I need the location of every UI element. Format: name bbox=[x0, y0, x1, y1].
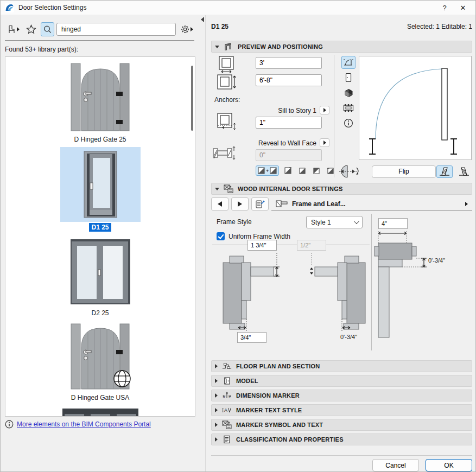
section-classification-properties[interactable]: CLASSIFICATION AND PROPERTIES bbox=[211, 433, 472, 445]
single-door-thumbnail bbox=[68, 149, 133, 220]
section-floor-plan[interactable]: FLOOR PLAN AND SECTION bbox=[211, 360, 472, 372]
window-title: Door Selection Settings bbox=[18, 4, 435, 11]
search-input[interactable] bbox=[56, 23, 176, 36]
jamb-section-left-diagram bbox=[221, 253, 291, 334]
swing-orientation-right-button[interactable] bbox=[456, 165, 472, 178]
close-button[interactable]: ✕ bbox=[454, 2, 472, 14]
door-width-field[interactable] bbox=[256, 57, 322, 69]
help-button[interactable]: ? bbox=[435, 2, 454, 14]
section-dimension-marker[interactable]: ae DIMENSION MARKER bbox=[211, 390, 472, 401]
library-panel: Found 53+ library part(s): bbox=[1, 15, 201, 471]
cube-3d-icon bbox=[344, 88, 353, 98]
door-leaf-left-icon bbox=[439, 167, 450, 176]
section-preview-positioning[interactable]: PREVIEW AND POSITIONING bbox=[211, 41, 472, 53]
list-item[interactable]: D Hinged Gate 25 bbox=[5, 60, 195, 144]
frame-style-dropdown[interactable]: Style 1 bbox=[306, 216, 363, 228]
reveal-anchor-flyout-button[interactable] bbox=[320, 138, 329, 147]
search-settings-button[interactable] bbox=[178, 22, 195, 36]
elevation-view-button[interactable] bbox=[341, 71, 356, 84]
swing-orientation-left-button[interactable] bbox=[436, 165, 453, 178]
anchor-point-buttons: + bbox=[256, 165, 336, 176]
cancel-button[interactable]: Cancel bbox=[372, 459, 419, 471]
section-wood-internal-door[interactable]: WOOD INTERNAL DOOR SETTINGS bbox=[211, 183, 472, 195]
ok-button[interactable]: OK bbox=[426, 459, 472, 471]
element-name: D1 25 bbox=[211, 23, 229, 30]
anchor-option-2[interactable] bbox=[282, 165, 294, 176]
collapse-right-icon bbox=[215, 364, 218, 368]
gate-thumbnail bbox=[66, 62, 135, 132]
floorplan-view-button[interactable] bbox=[341, 56, 356, 69]
section-marker-symbol-text[interactable]: MARKER SYMBOL AND TEXT bbox=[211, 419, 472, 431]
chair-icon bbox=[7, 25, 16, 34]
door-plan-drawing bbox=[359, 56, 471, 160]
uniform-frame-width-row[interactable]: Uniform Frame Width bbox=[217, 232, 290, 240]
head-frame-width-field[interactable] bbox=[378, 218, 408, 229]
preview-mode-strip bbox=[341, 56, 356, 130]
reveal-value-field[interactable] bbox=[256, 149, 322, 161]
text-style-icon: A bbox=[222, 406, 232, 414]
sill-value-field[interactable] bbox=[256, 117, 322, 129]
library-parts-list[interactable]: D Hinged Gate 25 D1 25 bbox=[5, 56, 195, 417]
star-icon bbox=[26, 24, 36, 34]
list-scrollbar[interactable] bbox=[191, 66, 193, 131]
tab-label: Frame and Leaf... bbox=[292, 200, 346, 208]
anchor-option-3[interactable] bbox=[297, 166, 308, 176]
list-item-label: D1 25 bbox=[89, 223, 111, 232]
door-frame-icon bbox=[224, 42, 233, 51]
dimension-marker-icon: ae bbox=[222, 391, 232, 400]
3d-view-button[interactable] bbox=[341, 86, 356, 99]
archicad-logo-icon bbox=[5, 3, 14, 12]
divider bbox=[371, 214, 372, 350]
collapse-panel-arrow[interactable] bbox=[201, 17, 204, 22]
rebate-depth-field[interactable] bbox=[297, 240, 326, 251]
collapse-right-icon bbox=[215, 437, 218, 442]
section-view-button[interactable] bbox=[341, 101, 356, 114]
anchor-option-5[interactable] bbox=[325, 166, 336, 176]
next-page-button[interactable] bbox=[231, 197, 249, 211]
anchor-option-4[interactable] bbox=[311, 166, 322, 176]
frame-width-right-value: 0'-3/4" bbox=[340, 334, 357, 340]
search-mode-button[interactable] bbox=[41, 22, 54, 36]
list-item-partial[interactable] bbox=[5, 405, 195, 417]
bim-components-link[interactable]: More elements on the BIM Components Port… bbox=[17, 420, 151, 428]
info-icon bbox=[344, 118, 353, 128]
frame-width-field[interactable] bbox=[237, 332, 266, 343]
uniform-frame-width-checkbox[interactable] bbox=[217, 232, 225, 240]
titlebar: Door Selection Settings ? ✕ bbox=[1, 1, 475, 15]
favorites-button[interactable] bbox=[24, 22, 39, 36]
divider bbox=[5, 40, 194, 41]
collapse-right-icon bbox=[215, 393, 218, 398]
head-offset-value: 0'-3/4" bbox=[428, 257, 445, 264]
info-view-button[interactable] bbox=[341, 117, 356, 130]
model-icon bbox=[222, 377, 232, 385]
frame-and-leaf-tab[interactable]: Frame and Leaf... bbox=[271, 197, 472, 211]
anchor-option-current[interactable]: + bbox=[256, 165, 279, 176]
section-icon bbox=[343, 104, 354, 112]
settings-page-nav: Frame and Leaf... bbox=[211, 197, 472, 211]
reveal-icon bbox=[212, 144, 237, 163]
section-model[interactable]: MODEL bbox=[211, 375, 472, 387]
section-title: WOOD INTERNAL DOOR SETTINGS bbox=[238, 186, 342, 192]
list-item-selected[interactable]: D1 25 bbox=[5, 147, 195, 232]
flyout-arrow-icon bbox=[17, 27, 20, 31]
document-lines-icon bbox=[222, 435, 232, 444]
frame-style-value: Style 1 bbox=[311, 219, 331, 226]
page-list-button[interactable] bbox=[251, 197, 269, 211]
collapse-right-icon bbox=[215, 408, 218, 412]
panel-divider[interactable] bbox=[205, 15, 206, 471]
object-type-button[interactable] bbox=[5, 22, 22, 36]
sill-anchor-flyout-button[interactable] bbox=[320, 106, 329, 114]
collapse-right-icon bbox=[215, 379, 218, 383]
prev-page-button[interactable] bbox=[211, 197, 229, 211]
chevron-down-icon bbox=[354, 219, 359, 224]
leaf-thickness-field[interactable] bbox=[247, 240, 277, 251]
section-marker-text-style[interactable]: A MARKER TEXT STYLE bbox=[211, 404, 472, 416]
list-item[interactable]: D Hinged Gate USA bbox=[5, 321, 195, 402]
door-height-field[interactable] bbox=[256, 74, 322, 86]
svg-text:e: e bbox=[229, 395, 231, 399]
door-preview-canvas[interactable] bbox=[359, 56, 472, 160]
elevation-icon bbox=[345, 73, 352, 82]
list-item[interactable]: D2 25 bbox=[5, 235, 195, 317]
flip-button[interactable]: Flip bbox=[372, 165, 436, 178]
mirror-icon bbox=[338, 164, 360, 178]
